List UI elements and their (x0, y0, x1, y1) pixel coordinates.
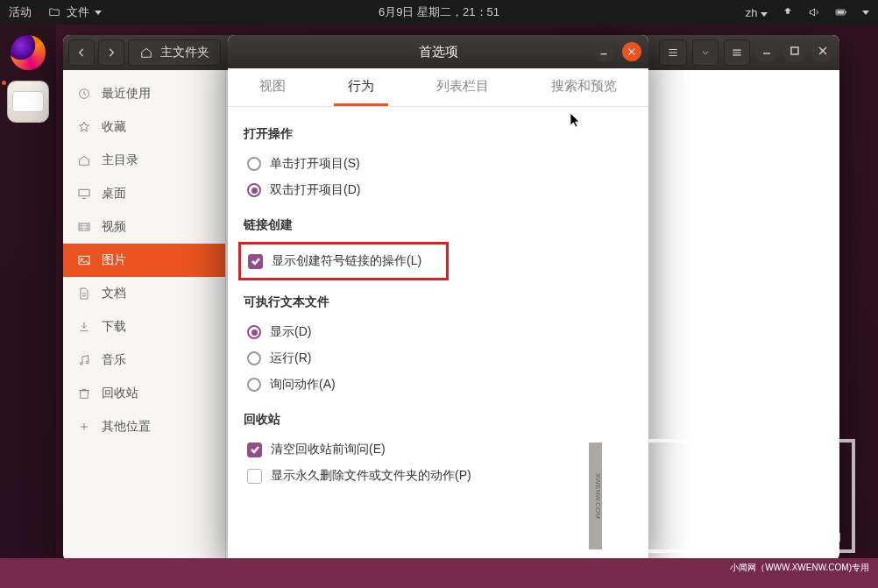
window-minimize-button[interactable] (755, 39, 778, 62)
tab-search-preview[interactable]: 搜索和预览 (537, 69, 631, 106)
option-label: 显示永久删除文件或文件夹的动作(P) (271, 468, 471, 484)
picture-icon (77, 253, 91, 267)
sidebar-item-label: 收藏 (102, 119, 126, 135)
prefs-minimize-button[interactable] (594, 42, 613, 61)
svg-rect-1 (846, 11, 846, 13)
sidebar-item-label: 回收站 (102, 386, 138, 401)
appmenu-label: 文件 (67, 4, 89, 20)
path-bar[interactable]: 主文件夹 (128, 39, 221, 66)
option-label: 显示创建符号链接的操作(L) (272, 253, 421, 269)
appmenu-files[interactable]: 文件 (47, 4, 102, 20)
tab-view[interactable]: 视图 (245, 69, 300, 106)
battery-icon[interactable] (834, 6, 848, 18)
option-exec-run[interactable]: 运行(R) (244, 345, 633, 372)
sidebar-item-label: 最近使用 (102, 86, 151, 102)
radio-icon (247, 378, 261, 392)
download-icon (77, 320, 91, 334)
group-open-action-title: 打开操作 (244, 126, 633, 142)
sidebar-item-home[interactable]: 主目录 (63, 144, 225, 177)
svg-point-9 (80, 363, 82, 365)
sidebar-item-videos[interactable]: 视频 (63, 210, 225, 244)
sidebar-item-documents[interactable]: 文档 (63, 277, 225, 310)
option-label: 运行(R) (270, 351, 311, 366)
sidebar-item-trash[interactable]: 回收站 (63, 377, 225, 410)
window-maximize-button[interactable] (783, 39, 806, 62)
chevron-left-icon (75, 46, 88, 59)
sidebar-item-other-locations[interactable]: 其他位置 (63, 410, 225, 443)
watermark-url: 小闻网（WWW.XWENW.COM)专用 (730, 563, 869, 572)
option-single-click[interactable]: 单击打开项目(S) (244, 151, 633, 177)
firefox-launcher[interactable] (7, 32, 49, 74)
view-dropdown-button[interactable] (692, 39, 719, 66)
sidebar-item-starred[interactable]: 收藏 (63, 110, 225, 144)
gnome-topbar: 活动 文件 6月9日 星期二，21：51 zh (0, 0, 878, 25)
svg-rect-5 (79, 189, 89, 195)
radio-checked-icon (247, 325, 261, 339)
sidebar-item-label: 下载 (102, 319, 126, 335)
chevron-down-icon (761, 12, 768, 17)
input-method-indicator[interactable]: zh (746, 6, 768, 19)
preferences-title: 首选项 (419, 44, 458, 60)
minimize-icon (761, 46, 772, 56)
system-menu-chevron-icon[interactable] (862, 11, 869, 15)
music-icon (77, 353, 91, 367)
sidebar-item-music[interactable]: 音乐 (63, 344, 225, 377)
hamburger-menu-button[interactable] (724, 39, 750, 66)
sidebar-item-label: 图片 (102, 252, 126, 268)
prefs-close-button[interactable] (622, 42, 641, 61)
places-sidebar: 最近使用 收藏 主目录 桌面 视频 图片 (63, 70, 226, 561)
close-icon (818, 46, 828, 56)
sidebar-item-desktop[interactable]: 桌面 (63, 177, 225, 210)
chevron-right-icon (105, 46, 117, 59)
document-icon (77, 287, 91, 301)
group-trash-title: 回收站 (244, 412, 633, 428)
option-confirm-empty-trash[interactable]: 清空回收站前询问(E) (244, 436, 633, 463)
firefox-icon (11, 35, 46, 70)
option-exec-ask[interactable]: 询问动作(A) (244, 372, 633, 398)
volume-icon[interactable] (808, 6, 820, 18)
activities-button[interactable]: 活动 (9, 4, 32, 20)
dock (0, 25, 56, 558)
option-double-click[interactable]: 双击打开项目(D) (244, 177, 633, 203)
window-close-button[interactable] (811, 39, 834, 62)
option-show-perm-delete[interactable]: 显示永久删除文件或文件夹的动作(P) (244, 463, 633, 489)
option-show-symlink[interactable]: 显示创建符号链接的操作(L) (244, 248, 443, 274)
maximize-icon (789, 46, 800, 56)
plus-icon (77, 420, 91, 434)
close-icon (627, 47, 636, 56)
network-icon[interactable] (782, 6, 794, 18)
option-exec-display[interactable]: 显示(D) (244, 319, 633, 345)
option-label: 双击打开项目(D) (270, 182, 360, 198)
home-icon (77, 153, 91, 167)
minimize-icon (599, 47, 608, 56)
star-icon (77, 120, 91, 134)
radio-checked-icon (247, 183, 261, 197)
hamburger-icon (731, 46, 743, 59)
nav-forward-button[interactable] (98, 39, 124, 66)
tab-behavior[interactable]: 行为 (334, 69, 388, 106)
clock[interactable]: 6月9日 星期二，21：51 (379, 4, 499, 20)
clock-icon (77, 87, 91, 101)
sidebar-item-recent[interactable]: 最近使用 (63, 77, 225, 110)
option-label: 单击打开项目(S) (270, 156, 360, 172)
group-executable-title: 可执行文本文件 (244, 294, 633, 310)
files-launcher[interactable] (7, 81, 49, 123)
path-label: 主文件夹 (160, 45, 209, 60)
tab-list-columns[interactable]: 列表栏目 (422, 69, 503, 106)
svg-rect-2 (837, 11, 844, 14)
option-label: 显示(D) (270, 324, 311, 340)
sidebar-item-pictures[interactable]: 图片 (63, 244, 225, 277)
svg-rect-3 (791, 47, 798, 54)
sidebar-item-label: 其他位置 (102, 419, 151, 435)
svg-rect-6 (79, 223, 89, 230)
view-toggle-button[interactable] (659, 39, 687, 66)
sidebar-item-label: 视频 (102, 219, 126, 235)
preferences-headerbar: 首选项 (228, 35, 648, 68)
video-icon (77, 220, 91, 234)
chevron-down-icon (701, 48, 710, 57)
prefs-body: 打开操作 单击打开项目(S) 双击打开项目(D) 链接创建 显示创建符号链接的操… (228, 107, 648, 561)
bottom-strip: 小闻网（WWW.XWENW.COM)专用 (0, 558, 878, 588)
sidebar-item-downloads[interactable]: 下载 (63, 310, 225, 344)
sidebar-item-label: 主目录 (102, 152, 138, 168)
nav-back-button[interactable] (68, 39, 95, 66)
